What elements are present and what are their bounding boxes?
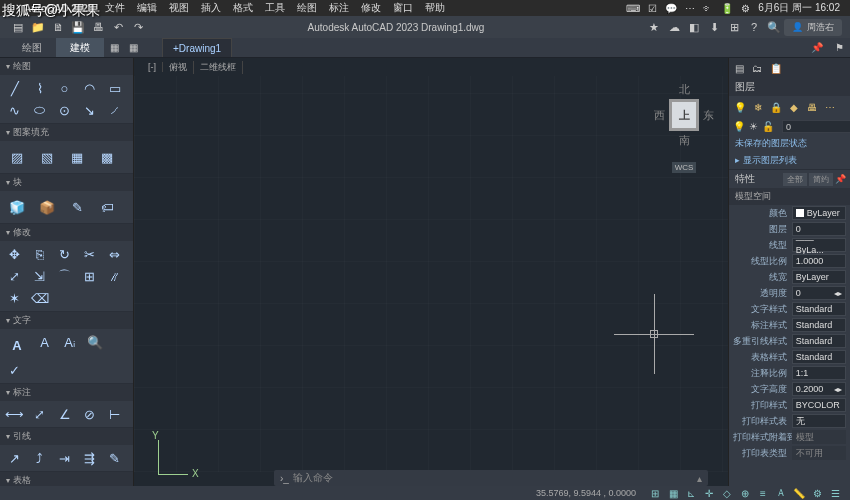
extra1-icon[interactable]: ◧ [685,19,703,35]
keyboard-icon[interactable]: ⌨ [626,3,640,14]
viewcube-top[interactable]: 上 [669,99,699,131]
control-center-icon[interactable]: ⚙ [741,3,750,14]
menu-edit[interactable]: 编辑 [137,1,157,15]
line-icon[interactable]: ╱ [2,77,27,99]
boundary-icon[interactable]: ▦ [62,143,92,171]
prop-value[interactable]: 1.0000 [792,254,846,268]
undo-icon[interactable]: ↶ [109,19,127,35]
tab-model[interactable]: 建模 [56,38,104,57]
polyline-icon[interactable]: ⌇ [27,77,52,99]
battery-icon[interactable]: 🔋 [721,3,733,14]
clock[interactable]: 6月6日 周一 16:02 [758,1,840,15]
prop-value[interactable]: BYCOLOR [792,398,846,412]
layer-sun-icon[interactable]: ☀ [749,121,758,132]
menu-modify[interactable]: 修改 [361,1,381,15]
wechat-icon[interactable]: 💬 [665,3,677,14]
file-tab-drawing1[interactable]: + Drawing1 [162,38,232,57]
palette-header-leader[interactable]: 引线 [0,428,133,445]
spline-icon[interactable]: ∿ [2,99,27,121]
menu-view[interactable]: 视图 [169,1,189,15]
props-tab-all[interactable]: 全部 [783,173,807,186]
prop-value[interactable]: Standard [792,302,846,316]
prop-value[interactable]: 1:1 [792,366,846,380]
bluetooth-icon[interactable]: ⋯ [685,3,695,14]
viewcube-north[interactable]: 北 [654,82,714,97]
attribute-icon[interactable]: 🏷 [92,193,122,221]
user-chip[interactable]: 👤 周浩右 [784,19,842,36]
array-icon[interactable]: ⊞ [77,265,102,287]
prop-value[interactable]: ByLayer [792,206,846,220]
leader-style-icon[interactable]: ✎ [102,447,127,469]
right-tab2-icon[interactable]: 🗂 [752,63,762,74]
leader-icon[interactable]: ↗ [2,447,27,469]
mirror-icon[interactable]: ⇔ [102,243,127,265]
palette-header-modify[interactable]: 修改 [0,224,133,241]
menu-format[interactable]: 格式 [233,1,253,15]
prop-value[interactable]: 无 [792,414,846,428]
insert-block-icon[interactable]: 🧊 [2,193,32,221]
layer-bulb-icon[interactable]: 💡 [733,121,745,132]
ellipse-icon[interactable]: ⬭ [27,99,52,121]
create-block-icon[interactable]: 📦 [32,193,62,221]
menu-tools[interactable]: 工具 [265,1,285,15]
prop-value[interactable]: —— ByLa... [792,238,846,252]
text-check-icon[interactable]: ✓ [2,359,27,381]
grid-toggle-icon[interactable]: ⊞ [647,488,663,499]
menu-toggle-icon[interactable]: ☰ [827,488,843,499]
layer-more-icon[interactable]: ⋯ [822,99,838,115]
dim-angular-icon[interactable]: ∠ [52,403,77,425]
layer-color-icon[interactable]: ◆ [786,99,802,115]
circle-icon[interactable]: ○ [52,77,77,99]
text-find-icon[interactable]: 🔍 [82,331,107,353]
snap-toggle-icon[interactable]: ▦ [665,488,681,499]
redo-icon[interactable]: ↷ [129,19,147,35]
offset-icon[interactable]: ⫽ [102,265,127,287]
move-icon[interactable]: ✥ [2,243,27,265]
prop-value[interactable]: 0 [792,222,846,236]
viewcube-west[interactable]: 西 [654,108,665,123]
prop-value[interactable]: Standard [792,334,846,348]
tab-draw[interactable]: 绘图 [8,38,56,57]
stretch-icon[interactable]: ⇲ [27,265,52,287]
new-file-tab-icon[interactable] [232,38,248,57]
menu-help[interactable]: 帮助 [425,1,445,15]
gradient-icon[interactable]: ▧ [32,143,62,171]
new-icon[interactable]: ▤ [9,19,27,35]
point-icon[interactable]: ⊙ [52,99,77,121]
mtext-icon[interactable]: A [32,331,57,353]
right-tab3-icon[interactable]: 📋 [770,63,782,74]
text-style-icon[interactable]: Aᵢ [57,331,82,353]
open-icon[interactable]: 📁 [29,19,47,35]
menu-insert[interactable]: 插入 [201,1,221,15]
todo-icon[interactable]: ☑ [648,3,657,14]
dyn-toggle-icon[interactable]: ⊕ [737,488,753,499]
save-icon[interactable]: 💾 [69,19,87,35]
layout2-icon[interactable]: ▦ [125,38,142,57]
arrow-down-icon[interactable]: ⬇ [705,19,723,35]
text-icon[interactable]: A [2,331,32,359]
layer-plot-icon[interactable]: 🖶 [804,99,820,115]
layer-on-icon[interactable]: 💡 [732,99,748,115]
menu-draw[interactable]: 绘图 [297,1,317,15]
command-line[interactable]: ›_ 输入命令 ▴ [274,470,708,486]
hatch-icon[interactable]: ▨ [2,143,32,171]
view-label-2[interactable]: 二维线框 [194,61,243,74]
xline-icon[interactable]: ⟋ [102,99,127,121]
custom-toggle-icon[interactable]: ⚙ [809,488,825,499]
leader-collect-icon[interactable]: ⇶ [77,447,102,469]
cloud-icon[interactable]: ☁ [665,19,683,35]
grid-icon[interactable]: ⊞ [725,19,743,35]
unsaved-layer-state[interactable]: 未保存的图层状态 [729,135,850,152]
ray-icon[interactable]: ↘ [77,99,102,121]
lw-toggle-icon[interactable]: ≡ [755,488,771,499]
drawing-canvas[interactable]: [-] 俯视 二维线框 X Y 北 西 上 东 南 WCS ›_ 输入命令 [134,58,728,500]
search-icon[interactable]: 🔍 [765,19,783,35]
anno-toggle-icon[interactable]: Ａ [773,486,789,500]
ai-icon[interactable]: ★ [645,19,663,35]
print-icon[interactable]: 🖶 [89,19,107,35]
wifi-icon[interactable]: ᯤ [703,3,713,14]
copy-icon[interactable]: ⎘ [27,243,52,265]
prop-value[interactable]: 0◂▸ [792,286,846,300]
layer-lock2-icon[interactable]: 🔓 [762,121,774,132]
pin1-icon[interactable]: 📌 [805,38,829,57]
